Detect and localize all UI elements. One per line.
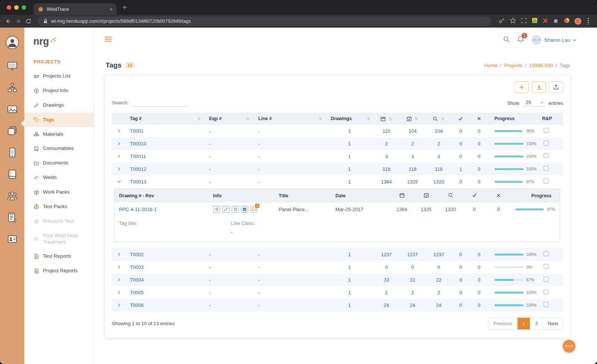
scheduled-count-link[interactable]: 110 [382, 128, 390, 134]
user-menu[interactable]: 128 x 128 Sharon Lau [532, 35, 576, 45]
rail-copy-stack-icon[interactable] [7, 125, 18, 138]
tag-link[interactable]: T0006 [130, 302, 144, 308]
forward-button[interactable] [15, 18, 21, 24]
completed-count-link[interactable]: 2 [411, 290, 414, 295]
drawings-count-link[interactable]: 1 [348, 302, 351, 308]
rail-id-badge-icon[interactable] [7, 233, 18, 246]
sidebar-item-drawings[interactable]: Drawings [24, 98, 94, 113]
rp-checkbox[interactable] [544, 179, 548, 183]
passed-count-link[interactable]: 0 [459, 141, 462, 147]
col-header-tag[interactable]: Tag # [124, 113, 204, 125]
rail-projects-board-icon[interactable] [7, 104, 18, 116]
next-page-button[interactable]: Next [543, 318, 563, 329]
browser-menu-icon[interactable] [586, 18, 590, 25]
drawings-count-link[interactable]: 1 [348, 128, 351, 134]
drawings-count-link[interactable]: 1 [348, 264, 351, 270]
address-bar[interactable]: wt-mig.herokuapp.com/#/projects/589df013… [38, 16, 491, 26]
passed-count-link[interactable]: 0 [459, 252, 462, 257]
download-button[interactable] [532, 81, 546, 93]
tag-link[interactable]: T0004 [130, 277, 144, 283]
inspected-count-link[interactable]: 0 [437, 264, 440, 270]
close-window-button[interactable] [7, 5, 11, 10]
completed-count-link[interactable]: 22 [410, 277, 415, 283]
rp-checkbox[interactable] [544, 302, 548, 307]
export-upload-button[interactable] [549, 81, 563, 93]
sidebar-item-project-info[interactable]: Project Info [24, 84, 94, 98]
search-icon[interactable] [503, 36, 510, 44]
inspected-count-link[interactable]: 1320 [433, 179, 444, 185]
expand-row-caret[interactable] [117, 142, 121, 145]
col-header-line[interactable]: Line # [252, 113, 325, 125]
tab-close-icon[interactable]: × [109, 6, 113, 12]
drawings-count-link[interactable]: 1 [348, 166, 351, 172]
passed-count-link[interactable]: 0 [459, 302, 462, 308]
url-text[interactable]: wt-mig.herokuapp.com/#/projects/589df013… [51, 19, 191, 24]
breadcrumb-project-number[interactable]: 15996.000 [529, 63, 553, 68]
drawings-count-link[interactable]: 1 [348, 179, 351, 185]
expand-row-caret[interactable] [117, 167, 121, 171]
reload-button[interactable] [25, 18, 31, 24]
page-button-1[interactable]: 1 [517, 318, 530, 329]
brush-extension-icon[interactable] [532, 18, 538, 25]
col-header-eqp[interactable]: Eqp # [204, 113, 252, 125]
edit-icon[interactable] [222, 206, 229, 213]
completed-count-link[interactable]: 24 [410, 302, 415, 308]
inspected-count-link[interactable]: 104 [435, 128, 443, 134]
rp-checkbox[interactable] [544, 251, 548, 256]
inspected-count-link[interactable]: 118 [435, 166, 443, 172]
inspected-count-link[interactable]: 1237 [433, 252, 444, 257]
password-key-icon[interactable] [498, 18, 505, 25]
col-header-inspected[interactable] [426, 113, 452, 125]
sub-failed-link[interactable]: 0 [497, 207, 500, 212]
rp-checkbox[interactable] [544, 141, 548, 145]
check-square-icon[interactable] [241, 206, 248, 213]
scheduled-count-link[interactable]: 2 [385, 290, 388, 295]
expand-row-caret[interactable] [117, 252, 121, 256]
inspected-count-link[interactable]: 22 [436, 277, 441, 283]
hamburger-menu-icon[interactable] [104, 36, 112, 44]
failed-count-link[interactable]: 0 [478, 264, 480, 270]
scheduled-count-link[interactable]: 24 [384, 302, 389, 308]
tag-link[interactable]: T00011 [130, 154, 146, 159]
scheduled-count-link[interactable]: 1364 [381, 179, 392, 185]
browser-profile-avatar[interactable] [575, 18, 581, 25]
tag-link[interactable]: T00010 [130, 141, 146, 147]
search-input[interactable] [132, 99, 188, 107]
rail-workstation-icon[interactable] [7, 60, 18, 73]
rail-org-chart-icon[interactable] [7, 82, 18, 95]
rail-profile-avatar[interactable] [6, 36, 19, 49]
page-size-select[interactable]: 25 [523, 100, 545, 107]
inspected-count-link[interactable]: 2 [437, 290, 440, 295]
sub-col-drawing[interactable]: Drawing # - Rev [115, 189, 209, 202]
rail-ledger-icon[interactable] [7, 169, 18, 181]
passed-count-link[interactable]: 0 [459, 179, 462, 185]
expand-row-caret[interactable] [117, 303, 121, 307]
drawings-count-link[interactable]: 1 [348, 252, 351, 257]
sub-scheduled-link[interactable]: 1364 [397, 207, 407, 212]
sidebar-item-materials[interactable]: Materials [24, 127, 94, 142]
tag-link[interactable]: T0001 [130, 128, 144, 134]
passed-count-link[interactable]: 0 [459, 128, 462, 134]
scheduled-count-link[interactable]: 1237 [381, 252, 392, 257]
comments-icon[interactable]: 1 [250, 206, 257, 213]
col-header-scheduled[interactable] [373, 113, 400, 125]
failed-count-link[interactable]: 0 [478, 154, 480, 159]
minimize-window-button[interactable] [14, 5, 19, 10]
breadcrumb-home[interactable]: Home [484, 63, 498, 68]
drawings-count-link[interactable]: 1 [348, 141, 351, 147]
scheduled-count-link[interactable]: 33 [384, 277, 389, 283]
sidebar-item-post-weld-heat-treatment[interactable]: Post Weld Heat Treatment [24, 229, 94, 250]
expand-row-caret[interactable] [117, 265, 121, 269]
previous-page-button[interactable]: Previous [488, 318, 517, 329]
scheduled-count-link[interactable]: 2 [385, 141, 388, 147]
tag-link[interactable]: T0002 [130, 252, 144, 257]
browser-tab[interactable]: WeldTrace × [34, 3, 116, 15]
attachment-icon[interactable] [232, 206, 239, 213]
inspected-count-link[interactable]: 24 [436, 302, 441, 308]
sub-passed-link[interactable]: 0 [473, 207, 475, 212]
sidebar-item-test-packs[interactable]: Test Packs [24, 200, 94, 214]
rail-device-icon[interactable] [7, 147, 18, 160]
puzzle-extension-icon[interactable] [553, 18, 559, 25]
failed-count-link[interactable]: 0 [478, 290, 480, 295]
expand-row-caret[interactable] [117, 291, 121, 294]
